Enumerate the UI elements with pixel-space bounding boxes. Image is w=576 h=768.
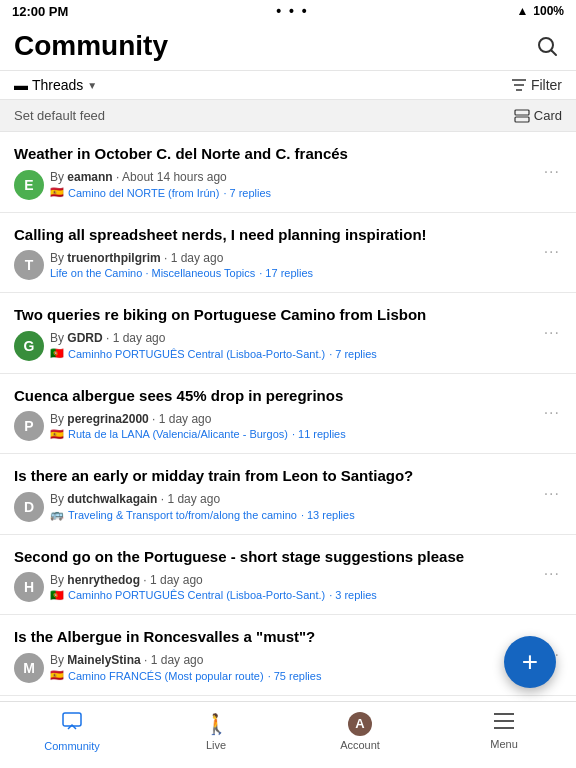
- post-title: Is the Albergue in Roncesvalles a "must"…: [14, 627, 562, 647]
- page-header: Community: [0, 22, 576, 70]
- nav-item-account[interactable]: A Account: [288, 712, 432, 751]
- svg-rect-5: [515, 110, 529, 115]
- status-bar: 12:00 PM • • • ▲ 100%: [0, 0, 576, 22]
- walk-icon: 🚶: [204, 713, 229, 735]
- more-options-button[interactable]: ···: [540, 482, 564, 506]
- post-info: By peregrina2000 · 1 day ago 🇪🇸 Ruta de …: [50, 412, 562, 441]
- post-info: By eamann · About 14 hours ago 🇪🇸 Camino…: [50, 170, 562, 199]
- svg-line-1: [552, 51, 557, 56]
- flag-icon: 🇪🇸: [50, 669, 64, 682]
- flag-icon: 🇪🇸: [50, 428, 64, 441]
- avatar: T: [14, 250, 44, 280]
- nav-item-live[interactable]: 🚶 Live: [144, 712, 288, 751]
- post-title: Weather in October C. del Norte and C. f…: [14, 144, 562, 164]
- list-item[interactable]: Is there an early or midday train from L…: [0, 454, 576, 535]
- post-author: By MainelyStina · 1 day ago: [50, 653, 562, 667]
- toolbar: ▬ Threads ▼ Filter: [0, 70, 576, 100]
- post-info: By MainelyStina · 1 day ago 🇪🇸 Camino FR…: [50, 653, 562, 682]
- category-icon: 🚌: [50, 508, 64, 521]
- post-title: Two queries re biking on Portuguese Cami…: [14, 305, 562, 325]
- post-info: By truenorthpilgrim · 1 day ago Life on …: [50, 251, 562, 279]
- post-info: By dutchwalkagain · 1 day ago 🚌 Travelin…: [50, 492, 562, 521]
- list-item[interactable]: Cuenca albergue sees 45% drop in peregri…: [0, 374, 576, 455]
- post-info: By henrythedog · 1 day ago 🇵🇹 Caminho PO…: [50, 573, 562, 602]
- post-author: By truenorthpilgrim · 1 day ago: [50, 251, 562, 265]
- post-meta: H By henrythedog · 1 day ago 🇵🇹 Caminho …: [14, 572, 562, 602]
- feed-label-text: Set default feed: [14, 108, 105, 123]
- list-item[interactable]: Calling all spreadsheet nerds, I need pl…: [0, 213, 576, 294]
- flag-icon: 🇪🇸: [50, 186, 64, 199]
- post-category[interactable]: 🇵🇹 Caminho PORTUGUÊS Central (Lisboa-Por…: [50, 347, 562, 360]
- avatar: D: [14, 492, 44, 522]
- list-item[interactable]: Second go on the Portuguese - short stag…: [0, 535, 576, 616]
- post-category[interactable]: 🇪🇸 Camino FRANCÉS (Most popular route) ·…: [50, 669, 562, 682]
- more-options-button[interactable]: ···: [540, 321, 564, 345]
- post-author: By eamann · About 14 hours ago: [50, 170, 562, 184]
- post-author: By peregrina2000 · 1 day ago: [50, 412, 562, 426]
- more-options-button[interactable]: ···: [540, 240, 564, 264]
- post-title: Is there an early or midday train from L…: [14, 466, 562, 486]
- feed-label-bar: Set default feed Card: [0, 100, 576, 132]
- wifi-icon: ▲: [516, 4, 528, 18]
- post-category[interactable]: 🇪🇸 Ruta de la LANA (Valencia/Alicante - …: [50, 428, 562, 441]
- avatar: M: [14, 653, 44, 683]
- list-item[interactable]: Is the Albergue in Roncesvalles a "must"…: [0, 615, 576, 696]
- page-title: Community: [14, 30, 168, 62]
- post-meta: E By eamann · About 14 hours ago 🇪🇸 Cami…: [14, 170, 562, 200]
- post-author: By GDRD · 1 day ago: [50, 331, 562, 345]
- compose-button[interactable]: +: [504, 636, 556, 688]
- avatar: E: [14, 170, 44, 200]
- menu-icon: [493, 712, 515, 730]
- status-icons: ▲ 100%: [516, 4, 564, 18]
- avatar: G: [14, 331, 44, 361]
- post-author: By henrythedog · 1 day ago: [50, 573, 562, 587]
- filter-button[interactable]: Filter: [511, 77, 562, 93]
- avatar: H: [14, 572, 44, 602]
- card-button[interactable]: Card: [514, 108, 562, 123]
- post-category[interactable]: 🚌 Traveling & Transport to/from/along th…: [50, 508, 562, 521]
- community-icon: [61, 710, 83, 737]
- svg-rect-6: [515, 117, 529, 122]
- post-meta: D By dutchwalkagain · 1 day ago 🚌 Travel…: [14, 492, 562, 522]
- account-icon: A: [348, 712, 372, 736]
- more-options-button[interactable]: ···: [540, 160, 564, 184]
- list-item[interactable]: Weather in October C. del Norte and C. f…: [0, 132, 576, 213]
- nav-label: Menu: [490, 738, 518, 750]
- status-dots: • • •: [276, 3, 308, 19]
- post-category[interactable]: Life on the Camino · Miscellaneous Topic…: [50, 267, 562, 279]
- post-info: By GDRD · 1 day ago 🇵🇹 Caminho PORTUGUÊS…: [50, 331, 562, 360]
- post-title: Calling all spreadsheet nerds, I need pl…: [14, 225, 562, 245]
- flag-icon: 🇵🇹: [50, 589, 64, 602]
- search-button[interactable]: [532, 31, 562, 61]
- list-item[interactable]: Two queries re biking on Portuguese Cami…: [0, 293, 576, 374]
- post-author: By dutchwalkagain · 1 day ago: [50, 492, 562, 506]
- post-meta: P By peregrina2000 · 1 day ago 🇪🇸 Ruta d…: [14, 411, 562, 441]
- live-icon: 🚶: [204, 712, 229, 736]
- post-title: Cuenca albergue sees 45% drop in peregri…: [14, 386, 562, 406]
- menu-icon: [493, 712, 515, 735]
- nav-item-community[interactable]: Community: [0, 710, 144, 752]
- status-time: 12:00 PM: [12, 4, 68, 19]
- flag-icon: 🇵🇹: [50, 347, 64, 360]
- post-meta: M By MainelyStina · 1 day ago 🇪🇸 Camino …: [14, 653, 562, 683]
- post-meta: T By truenorthpilgrim · 1 day ago Life o…: [14, 250, 562, 280]
- post-title: Second go on the Portuguese - short stag…: [14, 547, 562, 567]
- post-list: Weather in October C. del Norte and C. f…: [0, 132, 576, 768]
- nav-label: Community: [44, 740, 100, 752]
- nav-label: Live: [206, 739, 226, 751]
- battery-icon: 100%: [533, 4, 564, 18]
- nav-item-menu[interactable]: Menu: [432, 712, 576, 750]
- nav-label: Account: [340, 739, 380, 751]
- threads-dropdown-icon: ▼: [87, 80, 97, 91]
- threads-button[interactable]: ▬ Threads ▼: [14, 77, 97, 93]
- more-options-button[interactable]: ···: [540, 562, 564, 586]
- post-category[interactable]: 🇪🇸 Camino del NORTE (from Irún) · 7 repl…: [50, 186, 562, 199]
- post-meta: G By GDRD · 1 day ago 🇵🇹 Caminho PORTUGU…: [14, 331, 562, 361]
- more-options-button[interactable]: ···: [540, 401, 564, 425]
- account-avatar-icon: A: [348, 712, 372, 736]
- avatar: P: [14, 411, 44, 441]
- bottom-navigation: Community 🚶 Live A Account Menu: [0, 701, 576, 768]
- post-category[interactable]: 🇵🇹 Caminho PORTUGUÊS Central (Lisboa-Por…: [50, 589, 562, 602]
